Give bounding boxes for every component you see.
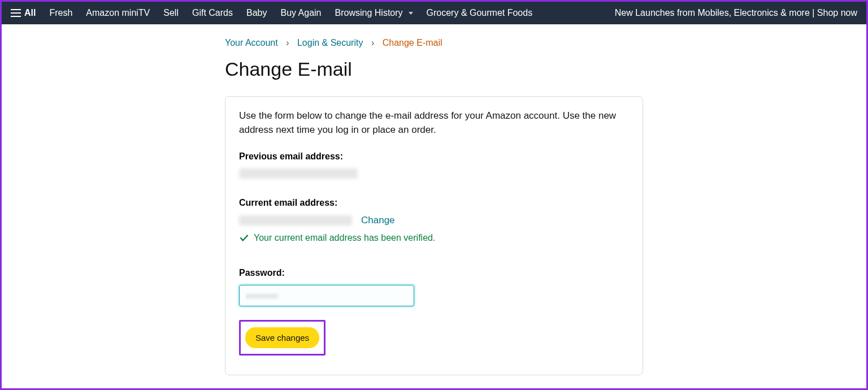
- intro-text: Use the form below to change the e-mail …: [239, 109, 629, 137]
- nav-item-minitv[interactable]: Amazon miniTV: [86, 8, 150, 18]
- nav-item-giftcards[interactable]: Gift Cards: [192, 8, 233, 18]
- current-email-value: [239, 215, 352, 226]
- breadcrumb-login-security[interactable]: Login & Security: [297, 38, 363, 47]
- nav-item-browsing-history[interactable]: Browsing History: [335, 8, 413, 18]
- change-email-link[interactable]: Change: [361, 215, 395, 226]
- breadcrumb-sep: ›: [371, 38, 374, 47]
- hamburger-icon: [11, 9, 21, 17]
- breadcrumb-your-account[interactable]: Your Account: [225, 38, 278, 47]
- nav-item-sell[interactable]: Sell: [163, 8, 179, 18]
- nav-item-buyagain[interactable]: Buy Again: [280, 8, 321, 18]
- current-email-label: Current email address:: [239, 198, 629, 208]
- save-changes-button[interactable]: Save changes: [245, 327, 319, 348]
- chevron-down-icon: [409, 12, 413, 15]
- save-highlight-box: Save changes: [239, 320, 326, 356]
- verified-message: Your current email address has been veri…: [239, 233, 629, 243]
- breadcrumb: Your Account › Login & Security › Change…: [225, 38, 643, 48]
- nav-all[interactable]: All: [11, 8, 36, 18]
- previous-email-value: [239, 168, 358, 179]
- verified-text: Your current email address has been veri…: [254, 233, 435, 243]
- breadcrumb-current: Change E-mail: [383, 38, 442, 47]
- main-content: Your Account › Login & Security › Change…: [225, 24, 643, 375]
- top-nav: All Fresh Amazon miniTV Sell Gift Cards …: [2, 2, 866, 24]
- nav-promo-link[interactable]: New Launches from Mobiles, Electronics &…: [615, 8, 857, 18]
- password-label: Password:: [239, 268, 629, 278]
- change-email-card: Use the form below to change the e-mail …: [225, 96, 643, 375]
- password-input[interactable]: [239, 285, 414, 306]
- breadcrumb-sep: ›: [286, 38, 289, 47]
- nav-item-baby[interactable]: Baby: [246, 8, 267, 18]
- nav-all-label: All: [24, 8, 36, 18]
- page-title: Change E-mail: [225, 58, 643, 80]
- top-nav-left: All Fresh Amazon miniTV Sell Gift Cards …: [11, 8, 532, 18]
- previous-email-block: Previous email address:: [239, 151, 629, 181]
- nav-item-fresh[interactable]: Fresh: [49, 8, 72, 18]
- current-email-row: Change: [239, 215, 629, 226]
- password-block: Password:: [239, 268, 629, 306]
- nav-item-grocery[interactable]: Grocery & Gourmet Foods: [427, 8, 533, 18]
- previous-email-label: Previous email address:: [239, 151, 629, 162]
- check-icon: [239, 233, 249, 243]
